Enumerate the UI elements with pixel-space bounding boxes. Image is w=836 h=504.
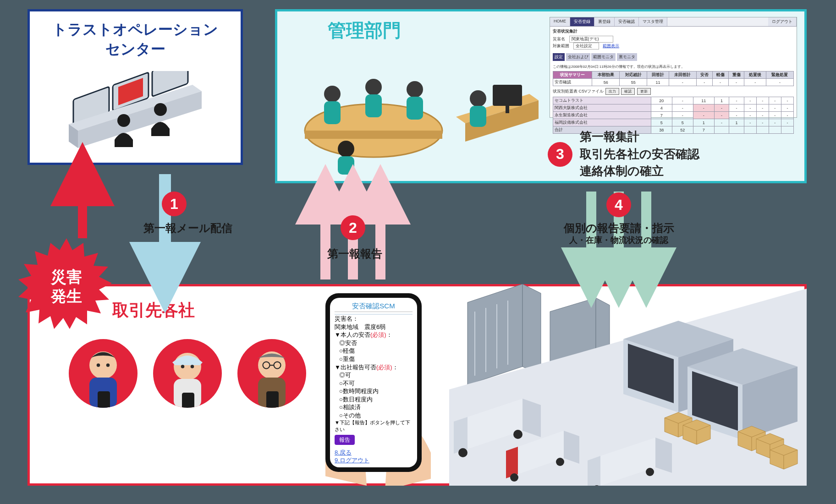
phone-opt-halfday[interactable]: ○数日程度内 bbox=[339, 395, 412, 404]
mgmt-illustration bbox=[291, 44, 539, 176]
btn-confirm[interactable]: 確認 bbox=[621, 88, 635, 95]
admin-screenshot: HOME 安否登録 裏登録 安否確認 マスタ管理 ログアウト 安否状況集計 災害… bbox=[550, 17, 797, 118]
phone-app-title: 安否確認SCM bbox=[335, 301, 412, 312]
avatar bbox=[69, 339, 138, 408]
summary-table: 状況サマリー 本部効果 対応総計 回答計 未回答計 安否 軽傷 重傷 処置後 緊… bbox=[553, 71, 794, 86]
svg-marker-67 bbox=[506, 447, 518, 478]
svg-rect-30 bbox=[98, 391, 110, 408]
svg-rect-11 bbox=[305, 131, 442, 139]
tab-set[interactable]: 設定 bbox=[553, 53, 565, 61]
phone-required: (必須) bbox=[376, 364, 392, 371]
step-1-label: 第一報メール配信 bbox=[133, 221, 243, 235]
toc-illustration bbox=[69, 71, 202, 149]
phone-opt-no[interactable]: ○不可 bbox=[339, 379, 412, 388]
nav-confirm[interactable]: 安否確認 bbox=[615, 17, 639, 26]
nav-master[interactable]: マスタ管理 bbox=[639, 17, 667, 26]
svg-rect-42 bbox=[266, 391, 279, 408]
phone-logout-link[interactable]: 9.ログアウト bbox=[335, 456, 369, 465]
svg-point-12 bbox=[324, 86, 341, 102]
svg-point-69 bbox=[556, 458, 564, 466]
nav-safety[interactable]: 安否登録 bbox=[570, 17, 594, 26]
svg-point-74 bbox=[646, 468, 654, 476]
phone-submit-button[interactable]: 報告 bbox=[335, 435, 355, 445]
svg-point-29 bbox=[106, 363, 110, 367]
disaster-starburst: 災害 発生 bbox=[18, 238, 115, 334]
svg-marker-71 bbox=[655, 438, 672, 473]
svg-point-68 bbox=[510, 473, 518, 482]
svg-rect-36 bbox=[182, 393, 194, 408]
scope-label: 対象範囲 bbox=[553, 44, 569, 48]
starburst-l2: 発生 bbox=[51, 287, 82, 305]
avatar bbox=[153, 339, 222, 408]
phone-required: (必須) bbox=[370, 331, 386, 338]
scope-link[interactable]: 範囲表示 bbox=[603, 44, 619, 48]
management-dept-box: 管理部門 bbox=[275, 9, 807, 183]
company-row: 福岡設備株式会社 551-1---- bbox=[553, 119, 794, 126]
phone-mockup: 安否確認SCM 災害名： 関東地域 震度6弱 ▼本人の安否(必須)： ◎安否 ○… bbox=[325, 293, 431, 486]
btn-update[interactable]: 更新 bbox=[637, 88, 651, 95]
phone-disaster: 災害名： bbox=[335, 315, 358, 322]
svg-rect-17 bbox=[407, 97, 423, 120]
avatar bbox=[237, 339, 306, 408]
btn-out[interactable]: 出力 bbox=[605, 88, 619, 95]
svg-marker-61 bbox=[522, 399, 541, 437]
nav-logout[interactable]: ログアウト bbox=[768, 17, 797, 26]
svg-point-18 bbox=[338, 141, 354, 157]
nav-home[interactable]: HOME bbox=[550, 17, 570, 26]
svg-point-34 bbox=[181, 365, 185, 368]
phone-screen: 安否確認SCM 災害名： 関東地域 震度6弱 ▼本人の安否(必須)： ◎安否 ○… bbox=[330, 298, 417, 467]
trust-operation-center-box: トラストオペレーション センター bbox=[28, 9, 243, 165]
company-row: セコムトラスト 20-111----- bbox=[553, 97, 794, 104]
supplier-avatars bbox=[69, 339, 306, 408]
step-3-badge: 3 bbox=[548, 142, 572, 167]
svg-rect-23 bbox=[506, 106, 509, 113]
phone-opt-consult[interactable]: ○相談済 bbox=[339, 403, 412, 411]
phone-q2: ▼出社報告可否 bbox=[335, 364, 376, 371]
svg-rect-19 bbox=[338, 156, 354, 175]
phone-opt-1h[interactable]: ○数時間程度内 bbox=[339, 387, 412, 395]
step-1-badge: 1 bbox=[162, 192, 187, 216]
disaster-value: 関東地震(デモ) bbox=[569, 36, 613, 43]
phone-opt-minor[interactable]: ○軽傷 bbox=[339, 347, 412, 355]
svg-point-8 bbox=[154, 103, 167, 116]
svg-rect-15 bbox=[365, 94, 382, 117]
summary-row-header: 状況サマリー bbox=[553, 71, 592, 79]
scope-value[interactable]: 全社設定 bbox=[573, 43, 599, 49]
step-4-badge: 4 bbox=[606, 192, 631, 217]
phone-q1: ▼本人の安否 bbox=[335, 331, 370, 338]
mgmt-title: 管理部門 bbox=[328, 18, 401, 43]
warehouse-illustration bbox=[449, 284, 807, 486]
nav-reg[interactable]: 裏登録 bbox=[594, 17, 615, 26]
phone-back-link[interactable]: 8.戻る bbox=[335, 449, 369, 457]
svg-point-14 bbox=[365, 79, 382, 95]
svg-point-16 bbox=[407, 81, 423, 98]
tab-all[interactable]: 全社および bbox=[566, 53, 590, 61]
svg-rect-13 bbox=[324, 101, 341, 124]
svg-point-63 bbox=[458, 448, 468, 457]
step-4-label: 個別の報告要請・指示 人・在庫・物流状況の確認 bbox=[536, 221, 701, 246]
step3-line2: 取引先各社の安否確認 bbox=[580, 146, 699, 163]
step3-line1: 第一報集計 bbox=[580, 128, 699, 146]
step-4-sublabel: 人・在庫・物流状況の確認 bbox=[536, 235, 701, 246]
screenshot-page-title: 安否状況集計 bbox=[553, 28, 794, 34]
svg-marker-43 bbox=[468, 284, 522, 385]
svg-marker-62 bbox=[454, 417, 468, 454]
phone-opt-other[interactable]: ○その他 bbox=[339, 411, 412, 420]
svg-point-35 bbox=[191, 365, 194, 368]
screenshot-notice: この情報は2008年02月04日 11時26分の情報です。現在の状況は再表示しま… bbox=[553, 64, 794, 69]
phone-opt-serious[interactable]: ○重傷 bbox=[339, 355, 412, 363]
company-row: 永生製造株式会社 7-------- bbox=[553, 112, 794, 119]
mgmt-note: 3 第一報集計 取引先各社の安否確認 連絡体制の確立 bbox=[548, 128, 699, 180]
phone-opt-yes[interactable]: ◎可 bbox=[339, 371, 412, 379]
phone-opt-safe[interactable]: ◎安否 bbox=[339, 339, 412, 347]
step-2-badge: 2 bbox=[341, 215, 365, 240]
svg-point-24 bbox=[470, 90, 486, 107]
svg-point-32 bbox=[182, 356, 193, 361]
step3-line3: 連絡体制の確立 bbox=[580, 163, 699, 180]
toc-title: トラストオペレーション センター bbox=[52, 20, 218, 59]
screenshot-nav: HOME 安否登録 裏登録 安否確認 マスタ管理 ログアウト bbox=[550, 17, 797, 27]
tab-back[interactable]: 裏モニタ bbox=[617, 53, 637, 61]
svg-marker-72 bbox=[588, 456, 600, 486]
company-row: 関西大阪株式会社 4-------- bbox=[553, 104, 794, 112]
tab-scope[interactable]: 範囲モニタ bbox=[591, 53, 616, 61]
